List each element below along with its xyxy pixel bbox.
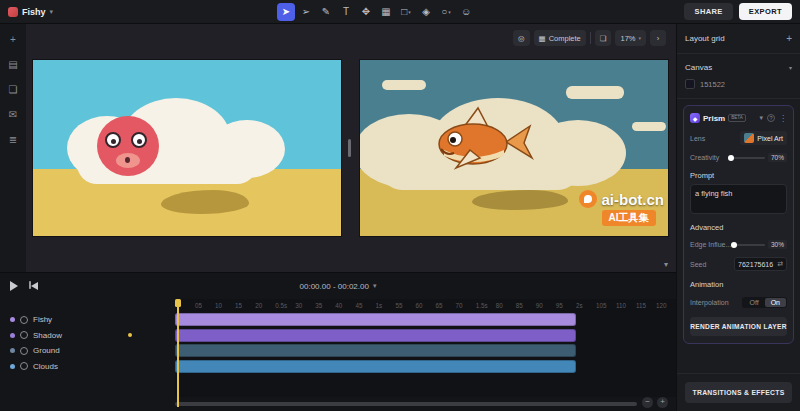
interpolation-toggle: Off On xyxy=(742,297,787,308)
visibility-icon[interactable] xyxy=(20,331,28,339)
ruler-tick: 05 xyxy=(195,302,215,309)
add-layout-grid-button[interactable]: + xyxy=(786,33,792,44)
prompt-input[interactable]: a flying fish xyxy=(690,184,787,214)
marquee-tool[interactable]: ▦ xyxy=(377,3,395,21)
ruler-tick: 55 xyxy=(395,302,415,309)
frames-resize-handle[interactable] xyxy=(348,139,351,157)
track-row-shadow[interactable]: Shadow xyxy=(0,329,175,342)
complete-button[interactable]: ▦ Complete xyxy=(534,30,586,46)
prism-panel: ◆ Prism BETA ▾ ? ⋮ Lens Pixel A xyxy=(683,105,794,344)
timeline-zoom-out-button[interactable]: − xyxy=(642,397,653,408)
add-icon[interactable]: + xyxy=(4,30,22,48)
chevron-down-icon[interactable]: ▾ xyxy=(789,64,792,71)
export-button[interactable]: EXPORT xyxy=(739,3,792,20)
edge-influence-label: Edge Influe... xyxy=(690,241,731,248)
lens-dropdown[interactable]: Pixel Art xyxy=(740,131,787,145)
text-tool[interactable]: T xyxy=(337,3,355,21)
playhead[interactable] xyxy=(177,299,179,407)
app-logo-icon xyxy=(8,7,18,17)
focus-icon-button[interactable]: ◎ xyxy=(513,30,530,46)
ruler-tick: 30 xyxy=(295,302,315,309)
timeline-zoom-in-button[interactable]: + xyxy=(657,397,668,408)
ruler-tick: 110 xyxy=(616,302,636,309)
track-row-fishy[interactable]: Fishy xyxy=(0,313,175,326)
track-row-clouds[interactable]: Clouds xyxy=(0,360,175,373)
seed-label: Seed xyxy=(690,261,706,268)
timeline-bar-shadow[interactable] xyxy=(175,329,576,342)
skip-to-start-button[interactable] xyxy=(29,281,38,292)
project-name: Fishy xyxy=(22,7,46,17)
top-actions: SHARE EXPORT xyxy=(684,3,792,20)
collapse-chevron-icon[interactable]: ▾ xyxy=(664,260,668,269)
ruler-tick: 95 xyxy=(556,302,576,309)
creativity-value: 70% xyxy=(768,153,787,162)
select-tool[interactable]: ➤ xyxy=(277,3,295,21)
move-tool[interactable]: ✥ xyxy=(357,3,375,21)
folder-icon[interactable]: ▤ xyxy=(4,55,22,73)
keyframe-indicator[interactable] xyxy=(128,333,132,337)
ellipse-tool[interactable]: ○▾ xyxy=(437,3,455,21)
zoom-dropdown[interactable]: 17% ▾ xyxy=(615,30,646,46)
pages-icon-button[interactable]: ❏ xyxy=(595,30,612,46)
timeline-ruler[interactable]: 051015200.5s303540451s556065701.5s808590… xyxy=(175,299,676,311)
render-animation-layer-button[interactable]: RENDER ANIMATION LAYER xyxy=(690,317,787,336)
time-range-dropdown[interactable]: 00:00.00 - 00:02.00 ▾ xyxy=(300,282,377,291)
shuffle-seed-icon[interactable]: ⇄ xyxy=(777,260,783,268)
kebab-menu-icon[interactable]: ⋮ xyxy=(779,114,787,123)
ruler-tick: 40 xyxy=(335,302,355,309)
eraser-tool[interactable]: ◈ xyxy=(417,3,435,21)
track-name: Clouds xyxy=(33,362,58,371)
frames-icon[interactable]: ❏ xyxy=(4,80,22,98)
advanced-label: Advanced xyxy=(690,223,787,232)
interpolation-on-option[interactable]: On xyxy=(765,298,786,307)
layout-grid-label: Layout grid xyxy=(685,34,725,43)
ruler-tick: 1s xyxy=(375,302,395,309)
visibility-icon[interactable] xyxy=(20,316,28,324)
interpolation-off-option[interactable]: Off xyxy=(743,298,764,307)
project-menu[interactable]: Fishy ▾ xyxy=(8,7,53,17)
visibility-icon[interactable] xyxy=(20,347,28,355)
prism-gem-icon: ◆ xyxy=(690,113,700,123)
canvas-color-swatch[interactable] xyxy=(685,79,695,89)
ruler-tick: 115 xyxy=(636,302,656,309)
seed-input[interactable]: 762175616 ⇄ xyxy=(734,257,787,271)
interpolation-label: Interpolation xyxy=(690,299,729,306)
share-button[interactable]: SHARE xyxy=(684,3,732,20)
timeline-bar-fishy[interactable] xyxy=(175,313,576,326)
edge-influence-slider[interactable] xyxy=(734,244,765,246)
visibility-icon[interactable] xyxy=(20,362,28,370)
track-name: Fishy xyxy=(33,315,52,324)
direct-select-tool[interactable]: ➢ xyxy=(297,3,315,21)
track-row-ground[interactable]: Ground xyxy=(0,344,175,357)
timeline-scrollbar[interactable] xyxy=(175,402,637,406)
lens-label: Lens xyxy=(690,135,705,142)
track-color-dot xyxy=(10,348,15,353)
shape-tool[interactable]: □▾ xyxy=(397,3,415,21)
character-shadow xyxy=(161,190,249,214)
seed-value: 762175616 xyxy=(738,261,773,268)
watermark-tag: AI工具集 xyxy=(602,210,656,226)
canvas-section-label: Canvas xyxy=(685,63,712,72)
chat-icon[interactable]: ✉ xyxy=(4,105,22,123)
prism-title: Prism xyxy=(703,114,725,123)
watermark: ai-bot.cn AI工具集 xyxy=(579,190,665,226)
ruler-tick: 20 xyxy=(255,302,275,309)
canvas-frame-sketch[interactable] xyxy=(33,60,341,236)
transitions-effects-button[interactable]: TRANSITIONS & EFFECTS xyxy=(685,382,792,403)
creativity-slider[interactable] xyxy=(731,157,765,159)
timeline-bar-clouds[interactable] xyxy=(175,360,576,373)
help-icon[interactable]: ? xyxy=(767,114,775,122)
left-rail: +▤❏✉≣ xyxy=(0,24,26,272)
grid-icon: ▦ xyxy=(539,34,546,43)
play-button[interactable] xyxy=(10,281,18,291)
library-icon[interactable]: ≣ xyxy=(4,130,22,148)
chevron-down-icon: ▾ xyxy=(638,35,641,41)
chevron-down-icon[interactable]: ▾ xyxy=(759,114,763,122)
expand-right-button[interactable]: › xyxy=(650,30,666,46)
sticker-tool[interactable]: ☺ xyxy=(457,3,475,21)
creativity-label: Creativity xyxy=(690,154,719,161)
timeline-bar-ground[interactable] xyxy=(175,344,576,357)
pen-tool[interactable]: ✎ xyxy=(317,3,335,21)
cloud xyxy=(382,80,426,90)
track-color-dot xyxy=(10,317,15,322)
